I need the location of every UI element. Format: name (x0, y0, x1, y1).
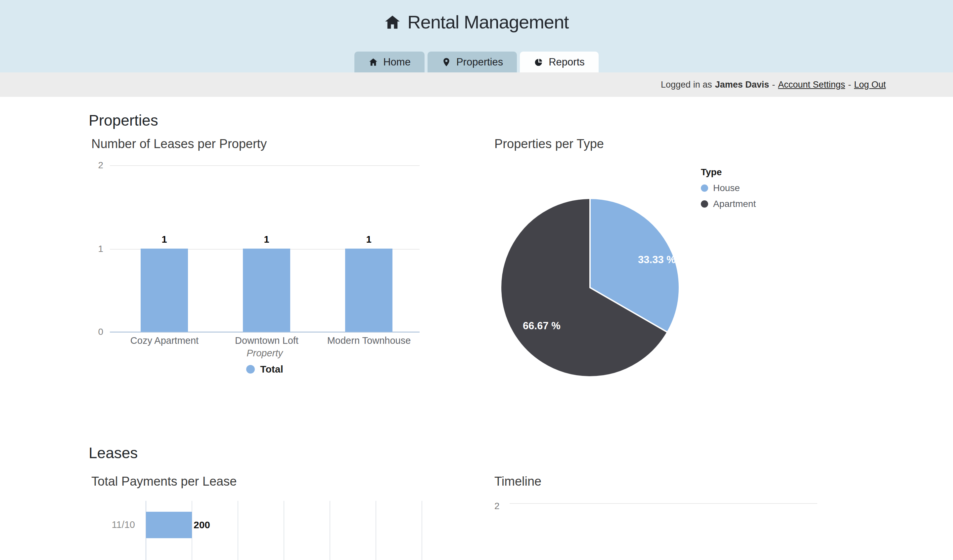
tab-label: Home (383, 56, 411, 68)
separator: - (848, 80, 851, 90)
vertical-gridline (422, 501, 422, 560)
tab-properties[interactable]: Properties (427, 51, 517, 73)
legend-item-total[interactable]: Total (110, 364, 420, 375)
vertical-gridline (376, 501, 376, 560)
bar-downtown-loft[interactable] (243, 249, 290, 332)
legend-label: House (713, 183, 740, 193)
legend-marker (246, 365, 255, 374)
pie-legend: Type House Apartment (701, 167, 756, 209)
legend-marker (701, 184, 708, 192)
gridline (510, 503, 817, 504)
pie-chart-canvas (494, 135, 882, 379)
gridline (110, 165, 420, 166)
bar-value-label: 1 (345, 234, 393, 245)
properties-per-type-chart: Properties per Type 33.33 % 66.67 % Type… (494, 135, 882, 379)
log-out-link[interactable]: Log Out (854, 80, 886, 90)
y-tick-label: 2 (494, 501, 500, 512)
tab-label: Properties (456, 56, 503, 68)
x-category-label: Cozy Apartment (115, 335, 214, 346)
legend-label: Apartment (713, 199, 756, 209)
legend-title: Type (701, 167, 756, 178)
vertical-gridline (330, 501, 330, 560)
pie-chart-icon (534, 57, 544, 67)
account-settings-link[interactable]: Account Settings (778, 80, 845, 90)
legend-marker (701, 200, 708, 207)
timeline-chart: Timeline 2 (494, 471, 882, 560)
chart-title: Number of Leases per Property (92, 137, 267, 151)
y-tick-label: 1 (88, 243, 103, 255)
main-content: Properties Number of Leases per Property… (0, 111, 953, 560)
home-icon (384, 14, 401, 30)
tab-reports[interactable]: Reports (520, 51, 599, 73)
leases-per-property-chart: Number of Leases per Property 2 1 0 1 1 … (88, 135, 476, 379)
y-tick-label: 2 (88, 160, 103, 171)
properties-section-heading: Properties (88, 111, 953, 130)
tab-label: Reports (549, 56, 585, 68)
bar-cozy-apartment[interactable] (141, 249, 188, 332)
properties-charts-row: Number of Leases per Property 2 1 0 1 1 … (88, 135, 953, 379)
user-name: James Davis (715, 80, 769, 90)
logged-in-prefix: Logged in as (661, 80, 712, 90)
page: Rental Management Home Properties Report… (0, 0, 953, 560)
home-icon (368, 57, 378, 67)
app-header: Rental Management Home Properties Report… (0, 0, 953, 73)
x-category-label: Modern Townhouse (319, 335, 419, 346)
y-category-label: 11/10 (102, 519, 135, 530)
vertical-gridline (237, 501, 238, 560)
x-axis-title: Property (110, 348, 420, 359)
separator: - (772, 80, 775, 90)
location-pin-icon (441, 57, 452, 67)
main-nav: Home Properties Reports (0, 51, 953, 73)
chart-title: Total Payments per Lease (92, 474, 237, 489)
page-title: Rental Management (407, 11, 568, 33)
legend-item-apartment[interactable]: Apartment (701, 199, 756, 209)
bar-value-label: 1 (141, 234, 188, 245)
leases-section-heading: Leases (88, 444, 953, 462)
user-bar: Logged in as James Davis - Account Setti… (0, 73, 953, 97)
vertical-gridline (284, 501, 284, 560)
app-title-row: Rental Management (0, 0, 953, 33)
chart-title: Timeline (494, 474, 542, 489)
x-category-label: Downtown Loft (217, 335, 316, 346)
bar-value-label: 200 (194, 519, 210, 531)
tab-home[interactable]: Home (354, 51, 425, 73)
bar-lease-11-10[interactable] (146, 512, 192, 538)
y-tick-label: 0 (88, 326, 103, 337)
bar-modern-townhouse[interactable] (345, 249, 393, 332)
leases-charts-row: Total Payments per Lease 11/10 200 Timel… (88, 471, 953, 560)
legend-item-house[interactable]: House (701, 183, 756, 193)
bar-value-label: 1 (243, 234, 290, 245)
payments-per-lease-chart: Total Payments per Lease 11/10 200 (88, 471, 476, 560)
legend-label: Total (260, 364, 283, 375)
